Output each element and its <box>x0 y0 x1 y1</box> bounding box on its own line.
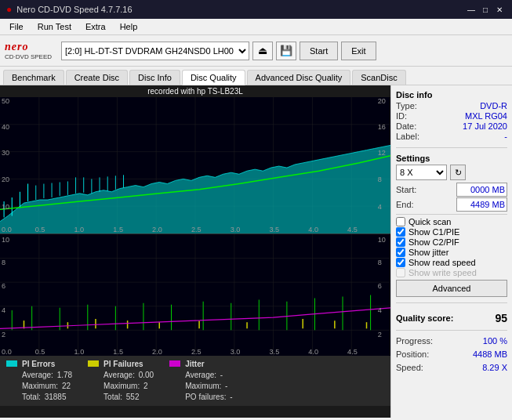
show-write-speed-checkbox[interactable] <box>396 268 405 277</box>
settings-section: Settings 8 X4 XMax ↻ Start: End: Quick s… <box>396 154 507 297</box>
svg-text:1.0: 1.0 <box>74 348 85 356</box>
svg-text:2.5: 2.5 <box>191 348 202 356</box>
disc-info-title: Disc info <box>396 90 507 100</box>
jitter-avg-value: - <box>220 371 223 379</box>
svg-text:30: 30 <box>2 149 9 157</box>
nero-logo: nero CD·DVD SPEED <box>5 41 52 60</box>
divider-3 <box>396 302 507 303</box>
position-label: Position: <box>396 349 429 359</box>
disc-date-value: 17 Jul 2020 <box>463 121 507 131</box>
app-icon: ● <box>6 4 12 15</box>
end-input[interactable] <box>456 197 507 212</box>
menu-run-test[interactable]: Run Test <box>31 20 78 33</box>
disc-label-value: - <box>504 132 507 141</box>
pi-failures-max: Maximum: 2 <box>103 381 154 392</box>
show-jitter-row: Show jitter <box>396 248 507 257</box>
show-c2-checkbox[interactable] <box>396 237 405 247</box>
end-row: End: <box>396 197 507 212</box>
svg-text:1.5: 1.5 <box>113 226 123 234</box>
pi-failures-avg: Average: 0.00 <box>103 370 154 381</box>
title-bar: ● Nero CD-DVD Speed 4.7.7.16 — □ ✕ <box>0 0 512 19</box>
speed-row: 8 X4 XMax ↻ <box>396 165 507 180</box>
pi-errors-max: Maximum: 22 <box>22 381 72 392</box>
divider-4 <box>396 330 507 331</box>
position-row: Position: 4488 MB <box>396 349 507 359</box>
legend-bar: PI Errors Average: 1.78 Maximum: 22 Tota… <box>0 356 390 406</box>
show-jitter-checkbox[interactable] <box>396 248 405 257</box>
minimize-button[interactable]: — <box>465 3 478 16</box>
svg-text:6: 6 <box>378 282 382 290</box>
show-read-speed-checkbox[interactable] <box>396 258 405 267</box>
pi-errors-total-value: 31885 <box>45 393 67 401</box>
chart-bottom-svg: 10 8 6 4 2 10 8 6 4 2 0.0 0.5 1.0 1.5 2.… <box>0 234 390 356</box>
disc-id-value: MXL RG04 <box>465 111 507 121</box>
jitter-label: Jitter <box>185 359 232 370</box>
svg-text:2.0: 2.0 <box>152 348 162 356</box>
nero-logo-text: nero <box>5 41 52 53</box>
pi-failures-max-value: 2 <box>143 382 148 390</box>
chart-top-svg: 50 40 30 20 10 20 16 12 8 4 0.0 0.5 1.0 … <box>0 97 390 234</box>
tab-advanced-disc-quality[interactable]: Advanced Disc Quality <box>247 70 351 85</box>
disc-label-row: Label: - <box>396 132 507 141</box>
advanced-button[interactable]: Advanced <box>396 280 507 297</box>
disc-date-row: Date: 17 Jul 2020 <box>396 121 507 131</box>
pi-failures-label: PI Failures <box>103 359 154 370</box>
menu-extra[interactable]: Extra <box>79 20 112 33</box>
svg-text:20: 20 <box>378 97 386 105</box>
jitter-color <box>169 360 180 367</box>
start-input[interactable] <box>456 183 507 197</box>
refresh-button[interactable]: ↻ <box>450 165 466 180</box>
svg-text:2.5: 2.5 <box>191 226 202 234</box>
show-c1-checkbox[interactable] <box>396 227 405 237</box>
right-panel: Disc info Type: DVD-R ID: MXL RG04 Date:… <box>390 85 512 418</box>
speed-row: Speed: 8.29 X <box>396 363 507 372</box>
save-icon-button[interactable]: 💾 <box>276 42 296 60</box>
pi-failures-color <box>88 360 99 367</box>
pi-failures-total: Total: 552 <box>103 392 154 403</box>
pi-failures-avg-value: 0.00 <box>139 371 154 379</box>
progress-value: 100 % <box>483 336 507 346</box>
disc-id-label: ID: <box>396 111 407 121</box>
tab-create-disc[interactable]: Create Disc <box>66 70 128 85</box>
svg-text:4: 4 <box>2 306 5 314</box>
window-title: Nero CD-DVD Speed 4.7.7.16 <box>16 5 132 14</box>
tab-bar: Benchmark Create Disc Disc Info Disc Qua… <box>0 67 512 85</box>
position-value: 4488 MB <box>473 349 507 359</box>
disc-id-row: ID: MXL RG04 <box>396 111 507 121</box>
progress-label: Progress: <box>396 336 433 346</box>
pi-errors-avg-value: 1.78 <box>57 371 72 379</box>
pi-failures-text: PI Failures Average: 0.00 Maximum: 2 Tot… <box>103 359 154 403</box>
show-jitter-label: Show jitter <box>409 248 448 257</box>
speed-select[interactable]: 8 X4 XMax <box>396 165 447 180</box>
drive-select[interactable]: [2:0] HL-DT-ST DVDRAM GH24NSD0 LH00 <box>61 42 249 60</box>
tab-disc-quality[interactable]: Disc Quality <box>182 70 245 85</box>
tab-benchmark[interactable]: Benchmark <box>3 70 64 85</box>
show-c2-row: Show C2/PIF <box>396 237 507 247</box>
menu-bar: File Run Test Extra Help <box>0 19 512 35</box>
close-button[interactable]: ✕ <box>493 3 506 16</box>
svg-text:3.0: 3.0 <box>231 226 241 234</box>
chart-bottom: 10 8 6 4 2 10 8 6 4 2 0.0 0.5 1.0 1.5 2.… <box>0 234 390 356</box>
menu-help[interactable]: Help <box>114 20 144 33</box>
maximize-button[interactable]: □ <box>479 3 492 16</box>
tab-scan-disc[interactable]: ScanDisc <box>352 70 405 85</box>
settings-title: Settings <box>396 154 507 163</box>
menu-file[interactable]: File <box>3 20 30 33</box>
tab-disc-info[interactable]: Disc Info <box>129 70 180 85</box>
disc-type-label: Type: <box>396 101 417 110</box>
start-button[interactable]: Start <box>300 42 338 60</box>
jitter-po: PO failures: - <box>185 392 232 403</box>
exit-button[interactable]: Exit <box>341 42 376 60</box>
end-label: End: <box>396 200 414 209</box>
quick-scan-label: Quick scan <box>409 217 451 226</box>
start-label: Start: <box>396 185 416 194</box>
svg-text:0.5: 0.5 <box>35 226 45 234</box>
jitter-avg: Average: - <box>185 370 232 381</box>
disc-type-row: Type: DVD-R <box>396 101 507 110</box>
svg-text:4.5: 4.5 <box>347 348 358 356</box>
chart-top: 50 40 30 20 10 20 16 12 8 4 0.0 0.5 1.0 … <box>0 97 390 234</box>
eject-icon-button[interactable]: ⏏ <box>252 42 273 60</box>
svg-text:0.0: 0.0 <box>2 226 12 234</box>
svg-text:2.0: 2.0 <box>152 226 162 234</box>
quick-scan-checkbox[interactable] <box>396 217 405 226</box>
